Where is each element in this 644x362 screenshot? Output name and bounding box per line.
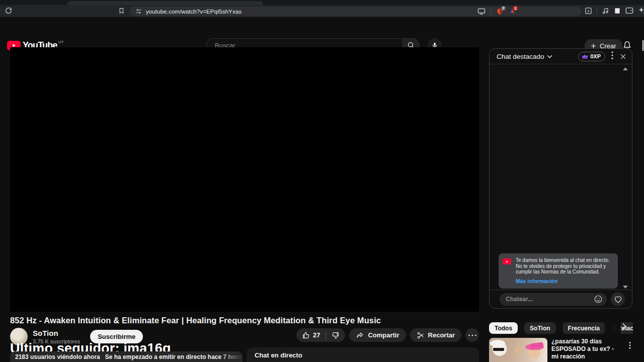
ellipsis-icon — [468, 334, 476, 336]
chips-scroll-right-icon[interactable] — [622, 323, 626, 332]
share-label: Compartir — [368, 331, 399, 339]
chip-frecuencia[interactable]: Frecuencia — [562, 322, 605, 334]
text-cursor — [642, 40, 643, 51]
chip-todos[interactable]: Todos — [489, 322, 518, 334]
svg-text:a: a — [588, 9, 590, 13]
pin-badge-count: 1 — [513, 6, 518, 11]
chat-close-icon[interactable] — [619, 53, 627, 60]
chevron-down-icon — [547, 55, 552, 58]
thumbs-up-icon — [302, 331, 310, 339]
channel-name[interactable]: SoTion — [33, 329, 80, 337]
sparkle-ai-icon[interactable] — [638, 7, 644, 15]
like-count: 27 — [313, 331, 320, 339]
url-bar[interactable]: youtube.com/watch?v=EPqI5shYxas 7 1 — [130, 7, 581, 16]
chip-sotion[interactable]: SoTion — [524, 322, 555, 334]
country-code: UY — [58, 40, 64, 44]
toolbar-separator — [597, 7, 597, 14]
thumbnail-decoration — [490, 340, 505, 347]
thumbnail-decoration — [530, 342, 543, 349]
thumbnail-decoration — [493, 348, 504, 351]
recommended-title[interactable]: ¿pasarías 30 días ESPOSADO a tu ex? - mi… — [551, 338, 621, 360]
bookmark-icon[interactable] — [118, 7, 125, 15]
live-chat-panel: Chat destacado 0XP Te damos — [489, 48, 632, 309]
sidebar-panel-icon[interactable] — [614, 7, 621, 15]
youtube-mini-icon — [503, 258, 511, 264]
emoji-icon[interactable] — [594, 295, 603, 304]
video-actions: 27 Compartir Recortar — [296, 328, 479, 342]
reader-a-icon[interactable]: a — [585, 7, 592, 15]
video-title: 852 Hz - Awaken Intuition & Eliminate Fe… — [10, 316, 478, 325]
screen: youtube.com/watch?v=EPqI5shYxas 7 1 a — [0, 0, 644, 362]
youtube-header: YouTube UY Crear — [0, 17, 644, 39]
more-info-link[interactable]: Más información — [516, 279, 613, 285]
recommended-thumbnail[interactable] — [489, 338, 547, 362]
clip-button[interactable]: Recortar — [410, 328, 461, 342]
crown-icon — [582, 54, 588, 59]
scissors-icon — [417, 331, 425, 339]
live-chat-section-label: Chat en directo — [255, 351, 302, 359]
super-thanks-heart-button[interactable] — [611, 292, 625, 306]
recommended-options-icon[interactable] — [629, 342, 631, 351]
description-fade — [219, 351, 243, 362]
live-chat-section: Chat en directo — [247, 347, 479, 362]
dislike-button[interactable] — [326, 331, 345, 339]
media-control-icon[interactable] — [602, 7, 609, 15]
chat-scroll-down-arrow[interactable] — [623, 286, 628, 289]
shield-badge-count: 7 — [501, 6, 506, 11]
browser-active-tab[interactable] — [67, 1, 263, 5]
urlbar-separator — [491, 8, 491, 15]
share-icon — [356, 331, 364, 339]
chips-fade — [602, 321, 621, 335]
xp-badge-label: 0XP — [590, 53, 601, 59]
chat-scroll-up-arrow[interactable] — [623, 67, 628, 70]
xp-badge[interactable]: 0XP — [578, 52, 605, 61]
extension-pin-icon[interactable]: 1 — [509, 8, 516, 15]
heart-icon — [614, 296, 622, 303]
thumbs-down-icon — [332, 331, 340, 339]
recommended-video[interactable]: ¿pasarías 30 días ESPOSADO a tu ex? - mi… — [489, 338, 633, 362]
chat-input-row — [490, 290, 632, 308]
chat-options-icon[interactable] — [611, 51, 613, 61]
chat-welcome-message: Te damos la bienvenida al chat en direct… — [499, 253, 618, 289]
like-dislike-pill: 27 — [296, 328, 345, 342]
wallet-icon[interactable] — [625, 7, 633, 14]
like-button[interactable]: 27 — [296, 331, 326, 339]
description-bar[interactable]: 2183 usuarios viéndolo ahora Se ha empez… — [10, 351, 243, 362]
chat-mode-selector[interactable]: Chat destacado — [497, 53, 552, 60]
url-text[interactable]: youtube.com/watch?v=EPqI5shYxas — [146, 9, 242, 15]
viewers-count: 2183 usuarios viéndolo ahora — [15, 353, 100, 360]
clip-label: Recortar — [428, 331, 455, 339]
chat-input-box[interactable] — [500, 293, 607, 306]
chat-mode-label: Chat destacado — [497, 53, 544, 60]
reload-icon[interactable] — [5, 7, 13, 15]
cast-screen-icon[interactable] — [477, 8, 486, 15]
browser-toolbar: youtube.com/watch?v=EPqI5shYxas 7 1 a — [0, 5, 644, 17]
site-settings-icon[interactable] — [135, 8, 142, 15]
video-player[interactable] — [10, 47, 479, 312]
adblock-shield-icon[interactable]: 7 — [496, 8, 504, 16]
browser-tab-strip — [0, 0, 644, 5]
share-button[interactable]: Compartir — [349, 328, 406, 342]
welcome-text: Te damos la bienvenida al chat en direct… — [516, 257, 610, 275]
more-actions-button[interactable] — [465, 328, 479, 342]
chat-input[interactable] — [506, 296, 594, 303]
chat-header: Chat destacado 0XP — [490, 49, 632, 64]
